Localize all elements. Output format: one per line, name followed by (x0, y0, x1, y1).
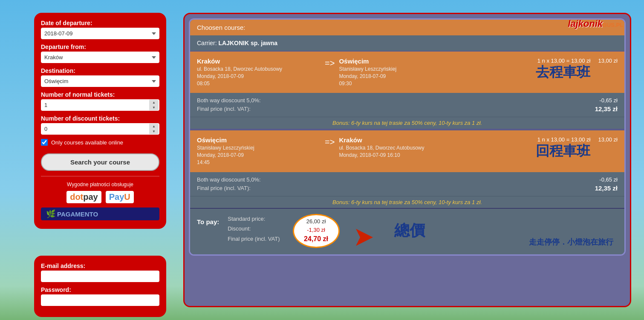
normal-tickets-label: Number of normal tickets: (41, 91, 159, 98)
return-discount-row: Both way dioscount 5,0%: -0,65 zł Final … (190, 172, 624, 196)
discount-tickets-down[interactable]: ▼ (149, 129, 159, 135)
chosen-course-header: Choosen course: (190, 20, 624, 35)
departure-date-group: Date of departure: 2018-07-09 (41, 20, 159, 39)
search-course-button[interactable]: Search your course (41, 153, 159, 171)
payment-title: Wygodne płatności obsługuje (41, 182, 159, 187)
to-pay-label: To pay: (197, 214, 219, 225)
return-to: Kraków ul. Bosacka 18, Dworzec Autobusow… (339, 136, 462, 159)
return-price-total: 13,00 zł (595, 136, 618, 143)
outbound-final-value: 12,35 zł (595, 105, 618, 112)
discount-tickets-group: Number of discount tickets: ▲ ▼ (41, 115, 159, 135)
logo-area: lajkonikBUS.PL (568, 18, 623, 29)
outbound-to-address: Stanisławy Leszczyńskiej Monday, 2018-07… (339, 66, 462, 87)
return-arrow-icon: => (325, 136, 335, 147)
payment-section: Wygodne płatności obsługuje dotpay PayU … (41, 182, 159, 220)
chosen-course-label: Choosen course: (197, 24, 245, 31)
discount-tickets-up[interactable]: ▲ (149, 124, 159, 129)
return-discount-value: -0,65 zł (599, 176, 618, 183)
return-to-city: Kraków (339, 136, 462, 144)
final-price-pay-line: Final price (incl. VAT) (228, 234, 280, 244)
normal-tickets-down[interactable]: ▼ (149, 105, 159, 111)
discount-line-pay: Discount: (228, 224, 280, 234)
outbound-final-label: Final price (incl. VAT): (197, 106, 251, 112)
return-to-address: ul. Bosacka 18, Dworzec Autobusowy Monda… (339, 144, 462, 159)
outbound-to: Oświęcim Stanisławy Leszczyńskiej Monday… (339, 58, 462, 87)
discount-tickets-wrapper: ▲ ▼ (41, 123, 159, 135)
departure-date-wrapper[interactable]: 2018-07-09 (41, 28, 159, 39)
email-section: E-mail address: Password: (34, 256, 166, 317)
departure-from-group: Departure from: Kraków (41, 43, 159, 63)
outbound-trip-row: Kraków ul. Bosacka 18, Dworzec Autobusow… (190, 51, 624, 93)
total-price-box: 26,00 zł -1,30 zł 24,70 zł (293, 214, 340, 248)
outbound-discount-row: Both way dioscount 5,0%: -0,65 zł Final … (190, 93, 624, 117)
return-discount-line: Both way dioscount 5,0%: -0,65 zł (197, 176, 618, 184)
standard-value: 26,00 zł (306, 217, 326, 226)
carrier-label: Carrier: (197, 40, 217, 46)
outbound-discount-value: -0,65 zł (599, 97, 618, 104)
svg-marker-0 (356, 229, 373, 246)
chinese-total-label: 總價 (394, 220, 425, 241)
departure-from-wrapper[interactable]: Kraków (41, 52, 159, 63)
return-trip-row: Oświęcim Stanisławy Leszczyńskiej Monday… (190, 130, 624, 172)
divider (41, 176, 159, 176)
discount-tickets-spinners: ▲ ▼ (149, 124, 159, 134)
sidebar-panel: Date of departure: 2018-07-09 Departure … (34, 13, 166, 229)
online-only-wrapper[interactable]: Only courses available online (41, 139, 159, 146)
main-content-panel: lajkonikBUS.PL Choosen course: Carrier: … (183, 13, 631, 307)
standard-price-line: Standard price: (228, 214, 280, 224)
return-discount-label: Both way dioscount 5,0%: (197, 176, 261, 183)
outbound-final-price-line: Final price (incl. VAT): 12,35 zł (197, 104, 618, 113)
online-only-checkbox[interactable] (41, 139, 48, 146)
chinese-total-container: 總價 (394, 214, 425, 241)
email-input[interactable] (41, 271, 159, 282)
normal-tickets-group: Number of normal tickets: ▲ ▼ (41, 91, 159, 111)
email-label: E-mail address: (41, 262, 159, 269)
normal-tickets-up[interactable]: ▲ (149, 100, 159, 105)
destination-label: Destination: (41, 67, 159, 74)
pagamento-logo: 🌿 PAGAMENTO (41, 208, 159, 220)
payment-logos: dotpay PayU (41, 191, 159, 203)
dotpay-logo: dotpay (66, 191, 101, 203)
arrow-icon: => (325, 58, 335, 68)
normal-tickets-wrapper: ▲ ▼ (41, 99, 159, 111)
return-final-price-line: Final price (incl. VAT): 12,35 zł (197, 184, 618, 193)
departure-from-label: Departure from: (41, 43, 159, 50)
password-input[interactable] (41, 294, 159, 306)
return-from-address: Stanisławy Leszczyńskiej Monday, 2018-07… (197, 144, 321, 166)
outbound-from: Kraków ul. Bosacka 18, Dworzec Autobusow… (197, 58, 321, 87)
lajkonik-logo: lajkonik (568, 18, 603, 29)
return-final-label: Final price (incl. VAT): (197, 185, 251, 191)
carrier-name: LAJKONIK sp. jawna (219, 40, 277, 46)
departure-from-select[interactable]: Kraków (41, 52, 159, 63)
return-from: Oświęcim Stanisławy Leszczyńskiej Monday… (197, 136, 321, 166)
discount-tickets-label: Number of discount tickets: (41, 115, 159, 122)
outbound-to-city: Oświęcim (339, 58, 462, 65)
return-final-value: 12,35 zł (595, 185, 618, 192)
carrier-info: Carrier: LAJKONIK sp. jawna (190, 35, 624, 51)
departure-date-select[interactable]: 2018-07-09 (41, 28, 159, 39)
chinese-blog-label: 走走停停．小燈泡在旅行 (529, 237, 618, 249)
price-box-container: 26,00 zł -1,30 zł 24,70 zł (293, 214, 340, 248)
arrow-annotation (352, 214, 377, 249)
lajkonik-bus-text: BUS.PL (603, 22, 623, 28)
discount-value: -1,30 zł (307, 226, 325, 234)
departure-date-label: Date of departure: (41, 20, 159, 26)
red-arrow-svg (352, 227, 377, 248)
outbound-bonus-text: Bonus: 6-ty kurs na tej trasie za 50% ce… (190, 117, 624, 129)
destination-select[interactable]: Oświęcim (41, 75, 159, 87)
to-pay-section: To pay: Standard price: Discount: Final … (190, 208, 624, 254)
outbound-chinese-label: 去程車班 (536, 63, 590, 82)
online-only-label: Only courses available online (51, 139, 123, 146)
password-group: Password: (41, 286, 159, 306)
discount-tickets-input[interactable] (41, 123, 159, 135)
destination-wrapper[interactable]: Oświęcim (41, 75, 159, 87)
final-value: 24,70 zł (304, 234, 328, 244)
normal-tickets-input[interactable] (41, 99, 159, 111)
password-label: Password: (41, 286, 159, 293)
return-bonus-text: Bonus: 6-ty kurs na tej trasie za 50% ce… (190, 196, 624, 208)
outbound-price-total: 13,00 zł (595, 58, 618, 64)
email-group: E-mail address: (41, 262, 159, 282)
outbound-from-city: Kraków (197, 58, 321, 65)
inner-panel: Choosen course: Carrier: LAJKONIK sp. ja… (189, 18, 626, 256)
to-pay-details: Standard price: Discount: Final price (i… (228, 214, 280, 244)
